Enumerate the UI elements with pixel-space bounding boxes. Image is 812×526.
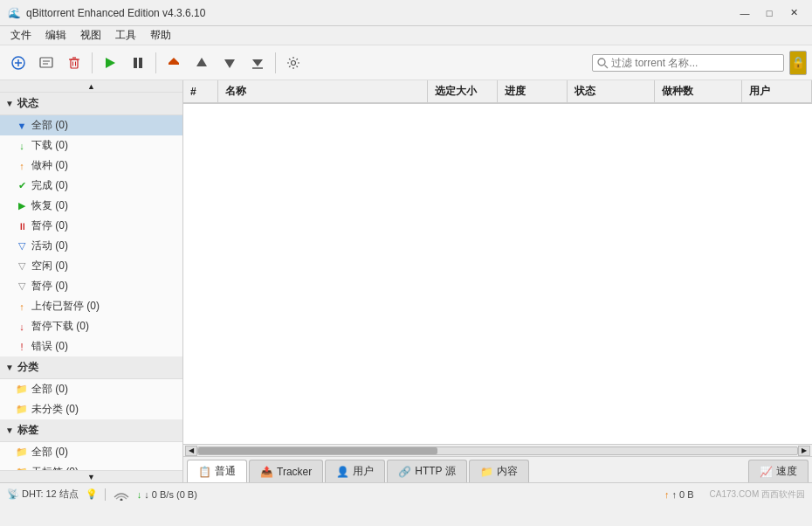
sidebar-item-seed[interactable]: ↑ 做种 (0) bbox=[0, 156, 182, 176]
sidebar-item-cat-all[interactable]: 📁 全部 (0) bbox=[0, 379, 182, 399]
sidebar-item-all[interactable]: ▼ 全部 (0) bbox=[0, 115, 182, 135]
dht-bulb: 💡 bbox=[86, 488, 98, 500]
hscroll-right[interactable]: ▶ bbox=[798, 446, 810, 456]
sidebar-section-tags[interactable]: ▼ 标签 bbox=[0, 419, 182, 442]
tab-user[interactable]: 👤 用户 bbox=[325, 460, 385, 482]
sidebar-label-seed: 做种 (0) bbox=[31, 158, 174, 173]
sidebar-section-status[interactable]: ▼ 状态 bbox=[0, 93, 182, 115]
svg-marker-16 bbox=[196, 58, 207, 66]
tab-http-label: HTTP 源 bbox=[415, 464, 455, 479]
folder-icon: 📁 bbox=[16, 384, 28, 395]
svg-marker-17 bbox=[224, 59, 235, 68]
active-icon: ▽ bbox=[16, 240, 28, 252]
svg-point-23 bbox=[120, 498, 122, 501]
sidebar-item-complete[interactable]: ✔ 完成 (0) bbox=[0, 176, 182, 196]
th-number[interactable]: # bbox=[183, 80, 218, 102]
tab-http[interactable]: 🔗 HTTP 源 bbox=[387, 460, 466, 482]
down-button[interactable] bbox=[217, 50, 243, 76]
table-header: # 名称 选定大小 进度 状态 做种数 用户 bbox=[183, 80, 812, 104]
th-progress[interactable]: 进度 bbox=[498, 80, 568, 102]
maximize-button[interactable]: □ bbox=[758, 3, 781, 23]
toolbar-sep-3 bbox=[275, 52, 276, 73]
sidebar-label-complete: 完成 (0) bbox=[31, 178, 174, 193]
tab-tracker-icon: 📤 bbox=[260, 466, 273, 478]
bottom-tabs: 📋 普通 📤 Tracker 👤 用户 🔗 HTTP 源 📁 内容 📈 bbox=[183, 456, 812, 482]
sidebar-label-error: 错误 (0) bbox=[31, 339, 174, 354]
watermark: CA173.COM 西西软件园 bbox=[710, 488, 805, 501]
th-status[interactable]: 状态 bbox=[568, 80, 655, 102]
sidebar-item-paused2[interactable]: ▽ 暂停 (0) bbox=[0, 276, 182, 296]
tab-content-label: 内容 bbox=[497, 464, 518, 479]
menu-tools[interactable]: 工具 bbox=[108, 26, 143, 45]
sidebar-label-upload-paused: 上传已暂停 (0) bbox=[31, 299, 174, 314]
download-speed-text: ↓ 0 B/s (0 B) bbox=[144, 489, 197, 500]
pause-icon: ⏸ bbox=[16, 221, 28, 232]
resume-button[interactable] bbox=[97, 50, 123, 76]
tab-content[interactable]: 📁 内容 bbox=[469, 460, 529, 482]
open-url-button[interactable] bbox=[33, 50, 59, 76]
horizontal-scrollbar[interactable]: ◀ ▶ bbox=[183, 444, 812, 456]
close-button[interactable]: ✕ bbox=[782, 3, 805, 23]
sidebar-label-tag-all: 全部 (0) bbox=[31, 445, 174, 460]
sidebar-item-resume[interactable]: ▶ 恢复 (0) bbox=[0, 196, 182, 216]
svg-rect-6 bbox=[71, 59, 78, 68]
menu-file[interactable]: 文件 bbox=[3, 26, 38, 45]
minimize-button[interactable]: — bbox=[733, 3, 756, 23]
sidebar-label-cat-uncategorized: 未分类 (0) bbox=[31, 402, 174, 417]
menu-edit[interactable]: 编辑 bbox=[38, 26, 73, 45]
toolbar-sep-1 bbox=[92, 52, 93, 73]
menu-help[interactable]: 帮助 bbox=[143, 26, 178, 45]
sidebar-item-error[interactable]: ! 错误 (0) bbox=[0, 336, 182, 356]
search-input[interactable] bbox=[611, 57, 777, 69]
play-icon: ▶ bbox=[16, 200, 28, 211]
window-controls: — □ ✕ bbox=[733, 3, 805, 23]
sidebar-item-no-tag[interactable]: 📁 无标签 (0) bbox=[0, 462, 182, 470]
stop-all-button[interactable] bbox=[161, 50, 187, 76]
upload-speed-status: ↑ ↑ 0 B bbox=[664, 489, 694, 500]
th-size[interactable]: 选定大小 bbox=[428, 80, 498, 102]
sidebar-label-paused2: 暂停 (0) bbox=[31, 279, 174, 294]
sidebar-item-cat-uncategorized[interactable]: 📁 未分类 (0) bbox=[0, 399, 182, 419]
th-name[interactable]: 名称 bbox=[218, 80, 428, 102]
sidebar-content: ▼ 状态 ▼ 全部 (0) ↓ 下载 (0) ↑ 做种 (0) ✔ 完成 (0)… bbox=[0, 93, 182, 470]
error-icon: ! bbox=[16, 342, 28, 352]
idle-icon: ▽ bbox=[16, 260, 28, 272]
open-torrent-button[interactable] bbox=[5, 50, 31, 76]
bottom-button[interactable] bbox=[244, 50, 271, 76]
sidebar-item-tag-all[interactable]: 📁 全部 (0) bbox=[0, 442, 182, 462]
sidebar-item-download[interactable]: ↓ 下载 (0) bbox=[0, 135, 182, 156]
delete-button[interactable] bbox=[61, 50, 87, 76]
sidebar-scroll-down[interactable]: ▼ bbox=[0, 470, 182, 482]
settings-button[interactable] bbox=[280, 50, 306, 76]
chevron-down-icon-3: ▼ bbox=[5, 426, 14, 435]
lock-icon[interactable]: 🔒 bbox=[789, 51, 807, 75]
sidebar-item-pause[interactable]: ⏸ 暂停 (0) bbox=[0, 216, 182, 236]
up-button[interactable] bbox=[189, 50, 215, 76]
svg-line-22 bbox=[605, 65, 609, 68]
hscroll-thumb[interactable] bbox=[198, 447, 437, 454]
sidebar-section-category[interactable]: ▼ 分类 bbox=[0, 356, 182, 379]
title-text: qBittorrent Enhanced Edition v4.3.6.10 bbox=[26, 7, 733, 19]
pause-button[interactable] bbox=[125, 50, 151, 76]
hscroll-left[interactable]: ◀ bbox=[185, 446, 197, 456]
search-box bbox=[592, 54, 784, 72]
th-user[interactable]: 用户 bbox=[742, 80, 812, 102]
sidebar-item-idle[interactable]: ▽ 空闲 (0) bbox=[0, 256, 182, 276]
sidebar-label-idle: 空闲 (0) bbox=[31, 259, 174, 273]
filter-icon: ▼ bbox=[16, 121, 28, 131]
sidebar-scroll-up[interactable]: ▲ bbox=[0, 80, 182, 93]
tab-speed[interactable]: 📈 速度 bbox=[748, 460, 809, 482]
sidebar-item-upload-paused[interactable]: ↑ 上传已暂停 (0) bbox=[0, 296, 182, 316]
th-seeds[interactable]: 做种数 bbox=[655, 80, 742, 102]
svg-rect-13 bbox=[139, 58, 142, 68]
tab-normal[interactable]: 📋 普通 bbox=[187, 460, 247, 482]
tab-tracker[interactable]: 📤 Tracker bbox=[249, 460, 323, 482]
download-speed-status: ↓ ↓ 0 B/s (0 B) bbox=[137, 489, 197, 500]
hscroll-track[interactable] bbox=[197, 446, 798, 455]
menu-view[interactable]: 视图 bbox=[73, 26, 108, 45]
network-icon-status bbox=[113, 488, 130, 501]
sidebar-item-active[interactable]: ▽ 活动 (0) bbox=[0, 236, 182, 256]
sidebar-item-dl-paused[interactable]: ↓ 暂停下载 (0) bbox=[0, 316, 182, 336]
download-speed-icon: ↓ bbox=[137, 489, 142, 500]
torrent-table: # 名称 选定大小 进度 状态 做种数 用户 bbox=[183, 80, 812, 444]
